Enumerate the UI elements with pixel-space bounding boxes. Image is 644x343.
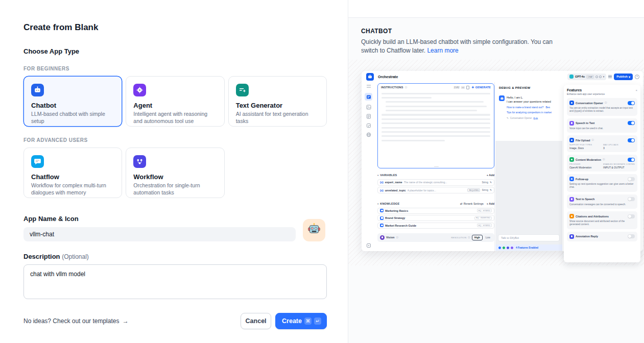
card-title: Workflow: [133, 173, 217, 181]
create-from-blank-panel: Create from Blank Choose App Type FOR BE…: [0, 0, 348, 343]
publish-button: Publish ▾: [614, 74, 633, 80]
speech-to-text-icon: [569, 121, 574, 126]
app-type-card-chatbot[interactable]: Chatbot LLM-based chatbot with simple se…: [23, 76, 122, 127]
suggested-question: Tips for analyzing competitors in market: [507, 111, 552, 115]
feature-toggle: [628, 197, 635, 201]
app-type-heading: CHATBOT: [361, 28, 629, 35]
chatbot-preview-image: Orchestrate GPT-4o CHAT ▾ Publish: [362, 71, 643, 251]
preview-title: Orchestrate: [378, 75, 398, 79]
debug-preview-header: DEBUG & PREVIEW: [495, 82, 562, 89]
model-name: GPT-4o: [575, 75, 585, 78]
text-to-speech-icon: [569, 197, 574, 202]
greeting-line: Hello, I am L.: [507, 95, 552, 100]
rerank-settings-button: ⇄ Rerank Settings: [460, 202, 484, 205]
chevron-down-icon: ▾: [629, 75, 630, 79]
resolution-high-option: High: [472, 235, 483, 240]
description-label: Description (Optional): [23, 253, 327, 260]
app-icon-picker[interactable]: [303, 219, 325, 241]
feature-card-citations: Citations and Attributions Show source d…: [567, 211, 637, 229]
feature-card-file-upload: File Upload ⓘ SUPPORT FILE TYPES MAX UPL…: [567, 135, 637, 152]
robot-emoji-icon: [307, 223, 321, 238]
choose-app-type-label: Choose App Type: [23, 47, 327, 55]
variable-tag-icon: {x}: [380, 181, 384, 184]
variables-section-header: ▾ VARIABLES + Add: [377, 173, 494, 178]
knowledge-doc-icon: [380, 209, 384, 212]
feature-toggle: [628, 234, 635, 238]
info-icon: ⓘ: [592, 139, 594, 141]
annotation-reply-icon: [569, 234, 574, 239]
app-type-description: Quickly build an LLM-based chatbot with …: [361, 38, 560, 55]
knowledge-item: Marketing Basics HQ · HYBRID: [377, 208, 494, 214]
suggested-question: How to make a brand stand out? Bes: [507, 106, 552, 110]
orchestrate-tab-icon: [365, 93, 372, 101]
description-textarea[interactable]: chat with vllm model: [23, 264, 327, 299]
rerank-icon: ⇄: [460, 202, 463, 205]
preview-config-column: INSTRUCTIONS ⓘ 2182 {x} GENERATE: [377, 83, 494, 242]
citations-icon: [569, 214, 574, 218]
card-title: Text Generator: [236, 102, 319, 109]
learn-more-link[interactable]: Learn more: [427, 47, 458, 54]
model-selector: GPT-4o CHAT ▾: [567, 74, 606, 80]
instructions-skeleton-text: [378, 90, 494, 147]
conversation-opener-icon: [569, 101, 574, 105]
app-type-card-workflow[interactable]: Workflow Orchestration for single-turn a…: [126, 148, 224, 198]
knowledge-item: Market Research Guide HQ · HYBRID: [377, 223, 494, 229]
caret-down-icon: ▾: [377, 203, 378, 205]
right-panel-footer-area: [348, 265, 644, 343]
info-icon: ⓘ: [405, 86, 408, 89]
advanced-cards: Chatflow Workflow for complex multi-turn…: [23, 148, 327, 198]
model-mode-badge: CHAT: [586, 75, 594, 79]
pencil-icon: ✎: [490, 189, 492, 191]
preview-sidebar-rail: [362, 82, 375, 251]
preview-background: Orchestrate GPT-4o CHAT ▾ Publish: [348, 60, 644, 265]
app-type-info-panel: CHATBOT Quickly build an LLM-based chatb…: [348, 0, 644, 343]
bot-message: Hello, I am L. I can answer your questio…: [499, 95, 561, 120]
app-type-card-text-generator[interactable]: Text Generator AI assistant for text gen…: [228, 76, 327, 127]
app-name-label: App Name & Icon: [23, 215, 327, 223]
feature-toggle: [628, 158, 635, 162]
card-desc: LLM-based chatbot with simple setup: [31, 111, 114, 125]
workflow-icon: [133, 155, 146, 168]
cancel-button[interactable]: Cancel: [241, 313, 271, 329]
bot-avatar: [499, 95, 505, 101]
page-title: Create from Blank: [23, 22, 327, 33]
feature-card-speech-to-text: Speech to Text Voice input can be used i…: [567, 118, 637, 133]
knowledge-item: Brand Strategy HQ · INVERTED: [377, 215, 494, 221]
info-icon: ⓘ: [605, 102, 607, 104]
feature-card-conversation-opener: Conversation Opener ⓘ You are an entity …: [567, 98, 637, 116]
instructions-label: INSTRUCTIONS: [381, 86, 403, 89]
app-type-card-agent[interactable]: Agent Intelligent agent with reasoning a…: [126, 76, 224, 127]
variables-icon: {x}: [462, 86, 465, 89]
document-icon: [366, 114, 371, 119]
for-advanced-users-label: FOR ADVANCED USERS: [23, 137, 327, 143]
resize-grip: [434, 166, 439, 167]
info-icon: ⓘ: [396, 236, 398, 239]
knowledge-doc-icon: [380, 216, 384, 220]
info-icon: ⓘ: [603, 158, 605, 161]
app-type-card-chatflow[interactable]: Chatflow Workflow for complex multi-turn…: [23, 148, 122, 198]
feature-dot: [510, 246, 514, 250]
app-name-input[interactable]: [23, 227, 296, 241]
pencil-icon: ✎: [490, 181, 492, 184]
feature-toggle: [628, 177, 635, 181]
chat-input: Talk to DifyBot: [498, 234, 560, 241]
variable-tag-icon: {x}: [380, 189, 384, 192]
feature-toggle: [628, 214, 635, 218]
templates-link[interactable]: No ideas? Check out our templates →: [23, 317, 129, 325]
create-app-dialog: Create from Blank Choose App Type FOR BE…: [0, 0, 644, 343]
card-title: Chatbot: [31, 102, 114, 109]
features-enabled-bar: 4 Features Enabled: [495, 244, 562, 251]
feature-card-follow-up: Follow-up Setting up next questions sugg…: [567, 174, 637, 192]
feature-toggle: [628, 101, 635, 105]
chatbot-icon: [31, 84, 44, 96]
chatflow-icon: [31, 155, 44, 168]
arrow-right-icon: →: [123, 317, 129, 325]
instructions-panel: INSTRUCTIONS ⓘ 2182 {x} GENERATE: [377, 83, 494, 168]
model-mini-icon-2: [599, 76, 602, 78]
model-settings-icon: [608, 75, 612, 78]
create-button[interactable]: Create ⌘ ↵: [275, 313, 327, 329]
description-optional-label: (Optional): [62, 253, 89, 260]
card-desc: Workflow for complex multi-turn dialogue…: [31, 182, 114, 197]
card-title: Agent: [133, 102, 217, 109]
model-mini-icon-1: [595, 76, 598, 78]
